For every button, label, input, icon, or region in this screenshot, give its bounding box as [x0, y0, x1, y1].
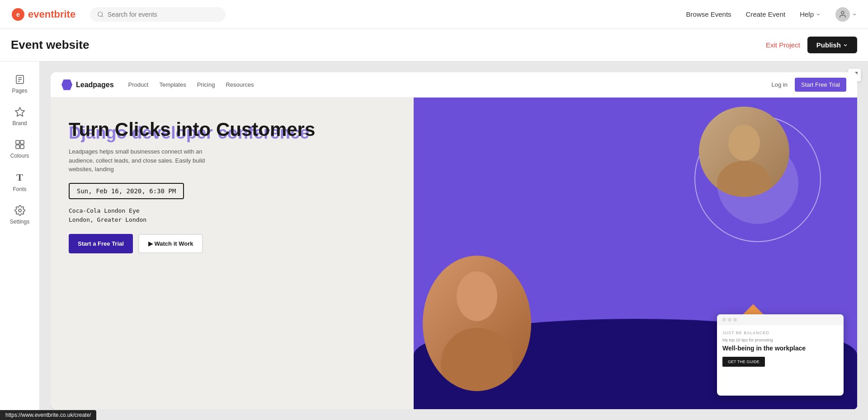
publish-chevron-icon — [843, 42, 848, 48]
brand-label: Brand — [12, 120, 27, 126]
svg-point-19 — [457, 271, 497, 321]
hero-date-box: Sun, Feb 16, 2020, 6:30 PM — [69, 183, 184, 199]
main-layout: Pages Brand Colours T Fonts — [0, 61, 868, 420]
user-chevron-icon — [852, 12, 857, 17]
pages-icon — [14, 74, 25, 85]
mini-heading: Well-being in the workplace — [722, 344, 838, 352]
person-image-1 — [699, 107, 789, 197]
header-actions: Exit Project Publish — [766, 37, 857, 53]
help-chevron-icon — [816, 12, 821, 17]
preview-hero-right: JUST BE BALANCED My top 10 tips for prom… — [414, 98, 857, 409]
preview-logo-text: Leadpages — [76, 81, 114, 89]
settings-icon — [14, 205, 25, 216]
hero-buttons: Start a Free Trial ▶ Watch it Work — [69, 234, 396, 253]
page-header: Event website Exit Project Publish — [0, 29, 868, 61]
svg-point-18 — [717, 161, 771, 197]
preview-logo-icon — [61, 79, 72, 90]
hero-main-title: Turn Clicks into Customers — [69, 119, 396, 140]
preview-nav-templates[interactable]: Templates — [159, 81, 186, 88]
mini-promo-text: My top 10 tips for promoting — [722, 338, 838, 342]
mini-cta-button[interactable]: GET THE GUIDE — [722, 357, 765, 367]
hero-start-trial-button[interactable]: Start a Free Trial — [69, 234, 133, 253]
mini-browser-bar — [717, 314, 844, 325]
svg-rect-13 — [20, 145, 24, 149]
preview-nav-right: Log in Start Free Trial — [772, 78, 846, 92]
settings-label: Settings — [10, 219, 29, 225]
preview-inner-nav: Leadpages Product Templates Pricing Reso… — [51, 72, 857, 98]
preview-nav-product[interactable]: Product — [128, 81, 149, 88]
preview-nav-pricing[interactable]: Pricing — [197, 81, 215, 88]
svg-line-3 — [102, 15, 103, 17]
preview-cta-button[interactable]: Start Free Trial — [795, 78, 846, 92]
page-title: Event website — [11, 38, 89, 52]
status-bar: https://www.eventbrite.co.uk/create/ — [0, 410, 96, 420]
svg-rect-10 — [16, 140, 19, 144]
svg-point-17 — [728, 125, 760, 161]
hero-location: Coca-Cola London Eye London, Greater Lon… — [69, 206, 396, 225]
mini-label: JUST BE BALANCED — [722, 331, 838, 335]
sidebar-item-fonts[interactable]: T Fonts — [2, 166, 38, 198]
svg-point-2 — [98, 12, 103, 16]
hero-description: Leadpages helps small businesses connect… — [69, 147, 213, 174]
colours-label: Colours — [10, 153, 29, 159]
pages-label: Pages — [12, 88, 27, 94]
status-url: https://www.eventbrite.co.uk/create/ — [5, 412, 91, 418]
fonts-icon: T — [16, 172, 23, 183]
create-event-link[interactable]: Create Event — [746, 10, 786, 18]
svg-text:e: e — [16, 11, 20, 18]
colours-icon — [14, 139, 25, 150]
preview-logo: Leadpages — [61, 79, 114, 90]
logo[interactable]: e eventbrite — [11, 7, 75, 22]
search-input[interactable] — [108, 11, 218, 18]
preview-frame: Leadpages Product Templates Pricing Reso… — [51, 72, 857, 409]
svg-marker-9 — [15, 107, 24, 116]
mini-dot-1 — [722, 318, 726, 322]
fonts-label: Fonts — [13, 186, 26, 192]
user-avatar — [835, 7, 850, 22]
search-icon — [97, 11, 104, 18]
preview-nav-resources[interactable]: Resources — [226, 81, 254, 88]
canvas-area: Leadpages Product Templates Pricing Reso… — [40, 61, 868, 420]
browse-events-link[interactable]: Browse Events — [686, 10, 731, 18]
svg-point-20 — [441, 328, 513, 391]
user-icon — [839, 10, 847, 19]
hero-watch-button[interactable]: ▶ Watch it Work — [138, 234, 203, 253]
brand-icon — [14, 107, 25, 117]
top-navigation: e eventbrite Browse Events Create Event … — [0, 0, 868, 29]
mini-browser-content: JUST BE BALANCED My top 10 tips for prom… — [717, 325, 844, 372]
svg-rect-12 — [16, 145, 19, 149]
help-menu[interactable]: Help — [800, 10, 821, 18]
mini-dot-3 — [733, 318, 737, 322]
hero-location2: London, Greater London — [69, 216, 146, 223]
logo-text: eventbrite — [28, 9, 75, 20]
exit-project-button[interactable]: Exit Project — [766, 41, 800, 49]
svg-point-14 — [19, 209, 21, 212]
help-label: Help — [800, 10, 814, 18]
person-image-2 — [423, 256, 531, 391]
search-bar[interactable] — [90, 7, 226, 22]
preview-hero: Django developer conference Turn Clicks … — [51, 98, 857, 409]
sidebar-item-settings[interactable]: Settings — [2, 200, 38, 230]
nav-links: Browse Events Create Event Help — [686, 7, 857, 22]
svg-point-4 — [841, 11, 844, 14]
hero-location1: Coca-Cola London Eye — [69, 207, 140, 214]
preview-nav-links: Product Templates Pricing Resources — [128, 81, 254, 88]
sidebar-item-colours[interactable]: Colours — [2, 134, 38, 164]
user-menu[interactable] — [835, 7, 857, 22]
publish-label: Publish — [816, 41, 841, 49]
svg-rect-11 — [20, 140, 24, 144]
sidebar: Pages Brand Colours T Fonts — [0, 61, 40, 420]
sidebar-item-brand[interactable]: Brand — [2, 101, 38, 132]
preview-hero-left: Django developer conference Turn Clicks … — [51, 98, 414, 409]
preview-login[interactable]: Log in — [772, 81, 788, 88]
mini-browser: JUST BE BALANCED My top 10 tips for prom… — [717, 314, 844, 396]
sidebar-item-pages[interactable]: Pages — [2, 69, 38, 99]
publish-button[interactable]: Publish — [807, 37, 857, 53]
mini-dot-2 — [728, 318, 731, 322]
